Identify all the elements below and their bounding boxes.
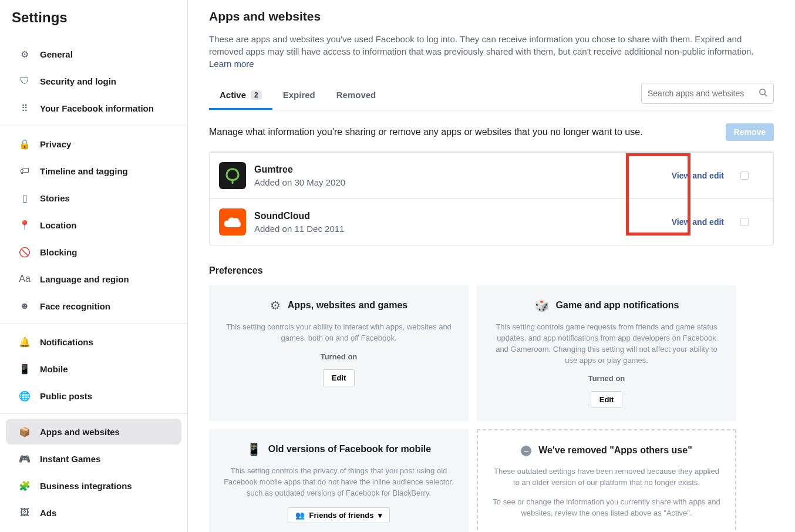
sidebar-item-public-posts[interactable]: 🌐Public posts [6, 383, 181, 409]
sidebar-item-label: Face recognition [40, 301, 110, 311]
location-icon: 📍 [18, 218, 32, 232]
pref-desc: To see or change the information you cur… [492, 497, 721, 519]
sidebar-item-label: General [40, 49, 73, 59]
business-integrations-icon: 🧩 [18, 479, 32, 493]
preferences-heading: Preferences [209, 265, 774, 276]
svg-line-1 [764, 94, 767, 96]
timeline-and-tagging-icon: 🏷 [18, 164, 32, 178]
sidebar-item-location[interactable]: 📍Location [6, 212, 181, 238]
sidebar-item-stories[interactable]: ▯Stories [6, 185, 181, 211]
app-icon-soundcloud [219, 208, 246, 235]
language-and-region-icon: Aa [18, 272, 32, 286]
sidebar-item-label: Stories [40, 193, 70, 203]
tab-expired[interactable]: Expired [272, 82, 326, 110]
view-and-edit-link[interactable]: View and edit [672, 171, 724, 180]
tab-removed[interactable]: Removed [326, 82, 387, 110]
sidebar-item-mobile[interactable]: 📱Mobile [6, 356, 181, 382]
pref-card: −We've removed "Apps others use"These ou… [477, 429, 736, 532]
sidebar-item-apps-and-websites[interactable]: 📦Apps and websites [6, 419, 181, 445]
sidebar-item-business-integrations[interactable]: 🧩Business integrations [6, 473, 181, 499]
sidebar-item-instant-games[interactable]: 🎮Instant Games [6, 446, 181, 472]
apps-and-websites-icon: 📦 [18, 425, 32, 439]
sidebar-item-label: Ads [40, 508, 56, 518]
sidebar: Settings ⚙General🛡Security and login⠿You… [0, 0, 188, 532]
search-input[interactable] [648, 89, 759, 98]
edit-button[interactable]: Edit [591, 391, 623, 408]
stories-icon: ▯ [18, 191, 32, 205]
pref-desc: These outdated settings have been remove… [492, 466, 721, 489]
pref-status: Turned on [223, 352, 454, 361]
sidebar-item-label: Blocking [40, 247, 77, 257]
sidebar-item-ads[interactable]: 🖼Ads [6, 500, 181, 526]
sidebar-item-privacy[interactable]: 🔒Privacy [6, 131, 181, 157]
sidebar-item-notifications[interactable]: 🔔Notifications [6, 329, 181, 355]
app-checkbox[interactable] [740, 218, 749, 226]
ads-icon: 🖼 [18, 506, 32, 520]
sidebar-item-label: Timeline and tagging [40, 166, 128, 176]
manage-text: Manage what information you're sharing o… [209, 127, 726, 137]
edit-button[interactable]: Edit [323, 369, 355, 386]
pref-title: We've removed "Apps others use" [538, 445, 692, 456]
notifications-icon: 🔔 [18, 335, 32, 349]
face-recognition-icon: ☻ [18, 299, 32, 313]
sidebar-item-label: Instant Games [40, 454, 100, 464]
sidebar-item-label: Privacy [40, 139, 71, 149]
pref-icon: − [521, 443, 531, 457]
preferences-grid: ⚙Apps, websites and gamesThis setting co… [209, 285, 774, 532]
pref-status: Turned on [491, 374, 722, 383]
sidebar-item-label: Mobile [40, 364, 68, 374]
sidebar-item-facebook-pay[interactable]: 💳Facebook Pay [6, 527, 181, 532]
pref-icon: 🎲 [534, 298, 549, 312]
app-name: Gumtree [254, 164, 672, 175]
sidebar-item-label: Your Facebook information [40, 103, 154, 113]
sidebar-title: Settings [0, 7, 187, 36]
sidebar-item-security-and-login[interactable]: 🛡Security and login [6, 68, 181, 94]
sidebar-item-general[interactable]: ⚙General [6, 41, 181, 67]
blocking-icon: 🚫 [18, 245, 32, 259]
pref-title: Game and app notifications [556, 300, 679, 311]
learn-more-link[interactable]: Learn more [209, 59, 254, 69]
svg-point-0 [760, 89, 765, 95]
privacy-icon: 🔒 [18, 137, 32, 151]
search-box[interactable] [641, 83, 774, 104]
apps-list: GumtreeAdded on 30 May 2020View and edit… [209, 151, 774, 245]
tab-active[interactable]: Active2 [209, 82, 272, 110]
tab-badge: 2 [251, 90, 262, 100]
search-icon [759, 88, 767, 99]
app-row: GumtreeAdded on 30 May 2020View and edit [210, 152, 773, 198]
app-icon-gumtree [219, 162, 246, 189]
sidebar-item-label: Public posts [40, 391, 92, 401]
pref-icon: ⚙ [270, 298, 281, 312]
sidebar-item-blocking[interactable]: 🚫Blocking [6, 239, 181, 265]
remove-button[interactable]: Remove [726, 123, 774, 141]
sidebar-item-label: Business integrations [40, 481, 132, 491]
sidebar-item-label: Security and login [40, 76, 116, 86]
pref-card: 📱Old versions of Facebook for mobileThis… [209, 429, 469, 532]
chevron-down-icon: ▾ [378, 511, 382, 520]
public-posts-icon: 🌐 [18, 389, 32, 403]
your-facebook-information-icon: ⠿ [18, 101, 32, 115]
sidebar-item-timeline-and-tagging[interactable]: 🏷Timeline and tagging [6, 158, 181, 184]
app-row: SoundCloudAdded on 11 Dec 2011View and e… [210, 198, 773, 245]
mobile-icon: 📱 [18, 362, 32, 376]
sidebar-item-language-and-region[interactable]: AaLanguage and region [6, 266, 181, 292]
pref-desc: This setting controls your ability to in… [223, 322, 454, 344]
main-content: Apps and websites These are apps and web… [188, 0, 795, 532]
sidebar-item-label: Location [40, 220, 77, 230]
sidebar-item-face-recognition[interactable]: ☻Face recognition [6, 293, 181, 319]
audience-selector[interactable]: 👥Friends of friends▾ [288, 507, 390, 523]
sidebar-item-your-facebook-information[interactable]: ⠿Your Facebook information [6, 95, 181, 121]
sidebar-item-label: Apps and websites [40, 427, 120, 437]
pref-icon: 📱 [247, 442, 261, 456]
sidebar-item-label: Language and region [40, 274, 129, 284]
friends-icon: 👥 [295, 511, 305, 520]
security-and-login-icon: 🛡 [18, 74, 32, 88]
pref-title: Old versions of Facebook for mobile [268, 444, 431, 454]
app-name: SoundCloud [254, 211, 672, 221]
app-added: Added on 30 May 2020 [254, 177, 672, 187]
app-checkbox[interactable] [740, 171, 749, 180]
instant-games-icon: 🎮 [18, 452, 32, 466]
page-title: Apps and websites [209, 9, 774, 23]
view-and-edit-link[interactable]: View and edit [672, 217, 724, 227]
pref-card: 🎲Game and app notificationsThis setting … [477, 285, 736, 421]
